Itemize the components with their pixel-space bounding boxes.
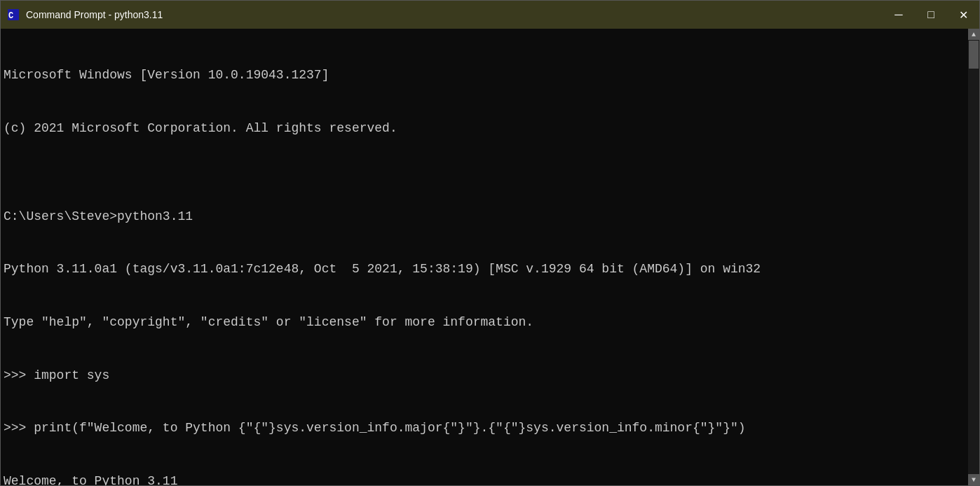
scrollbar[interactable]: ▲ ▼ bbox=[968, 29, 979, 485]
line-1: Microsoft Windows [Version 10.0.19043.12… bbox=[4, 67, 965, 84]
line-8: >>> print(f"Welcome, to Python {"{"}sys.… bbox=[4, 419, 965, 437]
line-9: Welcome, to Python 3.11 bbox=[4, 473, 965, 485]
cmd-window: C Command Prompt - python3.11 ─ □ ✕ Micr… bbox=[0, 0, 980, 486]
scrollbar-up-arrow[interactable]: ▲ bbox=[968, 29, 979, 40]
svg-text:C: C bbox=[8, 11, 13, 21]
line-6: Type "help", "copyright", "credits" or "… bbox=[4, 314, 965, 331]
line-5: Python 3.11.0a1 (tags/v3.11.0a1:7c12e48,… bbox=[4, 261, 965, 278]
title-bar-left: C Command Prompt - python3.11 bbox=[6, 8, 163, 22]
scrollbar-track[interactable] bbox=[968, 40, 979, 474]
window-title: Command Prompt - python3.11 bbox=[26, 9, 163, 20]
cmd-icon: C bbox=[6, 8, 20, 22]
close-button[interactable]: ✕ bbox=[947, 1, 979, 29]
minimize-button[interactable]: ─ bbox=[883, 1, 915, 29]
scrollbar-thumb[interactable] bbox=[969, 41, 979, 69]
line-2: (c) 2021 Microsoft Corporation. All righ… bbox=[4, 120, 965, 137]
terminal-content[interactable]: Microsoft Windows [Version 10.0.19043.12… bbox=[1, 29, 968, 485]
line-7: >>> import sys bbox=[4, 367, 965, 384]
title-bar: C Command Prompt - python3.11 ─ □ ✕ bbox=[1, 1, 979, 29]
line-4: C:\Users\Steve>python3.11 bbox=[4, 208, 965, 225]
terminal-body: Microsoft Windows [Version 10.0.19043.12… bbox=[1, 29, 979, 485]
window-controls: ─ □ ✕ bbox=[883, 1, 979, 29]
maximize-button[interactable]: □ bbox=[915, 1, 947, 29]
scrollbar-down-arrow[interactable]: ▼ bbox=[968, 474, 979, 485]
